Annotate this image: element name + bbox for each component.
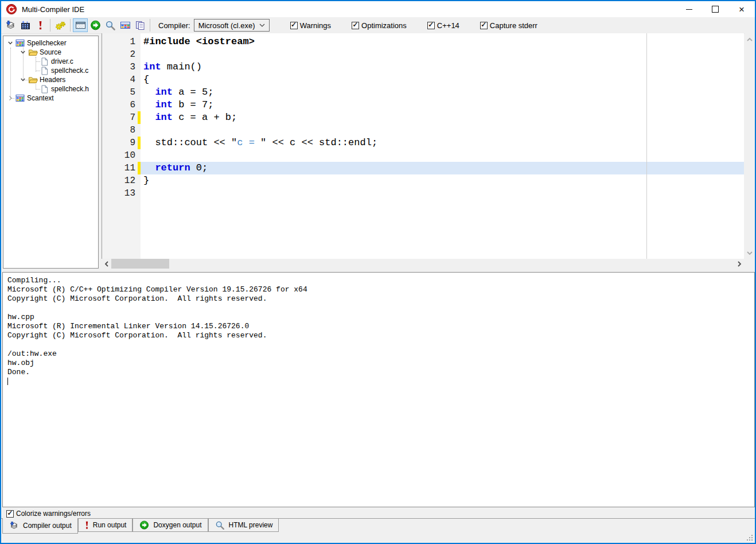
exclamation-icon — [38, 21, 43, 30]
code-line[interactable] — [141, 187, 744, 200]
toolbar-run-button[interactable] — [33, 18, 48, 32]
toolbar-search-button[interactable] — [103, 18, 118, 32]
code-token — [143, 112, 155, 123]
checkbox-icon — [6, 510, 14, 518]
code-token: { — [143, 74, 149, 85]
output-caret-line — [7, 377, 754, 386]
code-line[interactable]: } — [141, 174, 744, 187]
tree-item-spellcheck-c[interactable]: spellcheck.c — [3, 66, 98, 75]
copy-icon — [135, 21, 146, 30]
tab-html-preview[interactable]: HTML preview — [208, 519, 279, 532]
tab-doxygen-output[interactable]: Doxygen output — [133, 519, 208, 532]
code-token: } — [143, 175, 149, 186]
checkbox-optimizations[interactable]: Optimizations — [352, 21, 407, 30]
line-number: 4 — [102, 73, 141, 86]
chevron-down-icon — [259, 24, 265, 27]
output-line: Microsoft (R) Incremental Linker Version… — [7, 322, 754, 331]
checkbox-warnings[interactable]: Warnings — [290, 21, 331, 30]
hscrollbar-thumb[interactable] — [111, 259, 169, 269]
close-button[interactable]: × — [728, 1, 755, 17]
line-number: 9 — [102, 137, 141, 149]
line-number: 13 — [102, 187, 141, 200]
code-line[interactable] — [141, 149, 744, 162]
tab-label: Run output — [93, 521, 127, 529]
toolbar-build-matrix-button[interactable] — [18, 18, 33, 32]
code-token: int — [155, 99, 173, 110]
toolbar-doxygen-button[interactable] — [53, 18, 68, 32]
toolbar-copy-button[interactable] — [133, 18, 147, 32]
editor-vscrollbar[interactable] — [745, 33, 755, 259]
toolbar-options: WarningsOptimizationsC++14Capture stderr — [270, 21, 537, 30]
code-editor[interactable]: 12345678910111213 #include <iostream>int… — [102, 33, 744, 259]
maximize-icon — [712, 6, 719, 13]
toolbar-separator — [50, 19, 50, 32]
tree-item-scantext[interactable]: Scantext — [3, 94, 98, 103]
toolbar-separator — [70, 19, 71, 32]
window-controls: × — [676, 1, 755, 17]
tree-item-headers[interactable]: Headers — [3, 75, 98, 84]
chevron-right-icon[interactable] — [6, 94, 15, 103]
editor-gutter: 12345678910111213 — [102, 33, 141, 259]
code-token: #include <iostream> — [143, 36, 255, 47]
scroll-down-arrow-icon[interactable] — [745, 248, 755, 258]
code-line[interactable]: #include <iostream> — [141, 36, 744, 48]
tab-run-output[interactable]: Run output — [78, 519, 133, 532]
compiler-output-panel[interactable]: Compiling...Microsoft (R) C/C++ Optimizi… — [2, 272, 755, 507]
line-number: 5 — [102, 86, 141, 99]
compiler-dropdown-value: Microsoft (cl.exe) — [198, 21, 259, 30]
tree-item-spellcheck-h[interactable]: spellcheck.h — [3, 84, 98, 94]
minimize-button[interactable] — [676, 1, 702, 17]
code-line[interactable]: int a = 5; — [141, 86, 744, 99]
tab-label: Doxygen output — [153, 521, 201, 529]
output-line — [7, 304, 754, 313]
line-number: 12 — [102, 174, 141, 187]
colorize-checkbox[interactable]: Colorize warnings/errors — [6, 509, 91, 518]
chevron-down-icon[interactable] — [18, 75, 28, 84]
editor-code[interactable]: #include <iostream>int main(){ int a = 5… — [141, 33, 744, 259]
tree-item-source[interactable]: Source — [3, 48, 98, 57]
code-line[interactable]: { — [141, 73, 744, 86]
line-number: 1 — [102, 36, 141, 48]
tree-item-driver-c[interactable]: driver.c — [3, 57, 98, 66]
code-token: int — [143, 61, 161, 72]
stack-icon — [9, 521, 20, 531]
go-icon — [139, 520, 150, 530]
toolbar-go-button[interactable] — [88, 18, 103, 32]
compiler-dropdown[interactable]: Microsoft (cl.exe) — [194, 19, 270, 32]
resize-grip[interactable] — [746, 534, 753, 541]
code-token: return — [155, 162, 190, 173]
toolbar-grid-view-button[interactable] — [118, 18, 133, 32]
code-token — [143, 87, 155, 98]
grid-icon — [20, 21, 31, 30]
line-number: 11 — [102, 162, 141, 174]
window-title: Multi-Compiler IDE — [22, 5, 84, 14]
maximize-button[interactable] — [702, 1, 728, 17]
toolbar-preview-window-button[interactable] — [73, 18, 88, 32]
code-line[interactable] — [141, 48, 744, 61]
chevron-down-icon[interactable] — [18, 48, 28, 57]
tab-compiler-output[interactable]: Compiler output — [2, 518, 78, 534]
scroll-up-arrow-icon[interactable] — [745, 34, 755, 44]
checkbox-label: Optimizations — [361, 21, 407, 30]
scroll-right-arrow-icon[interactable] — [734, 259, 744, 269]
code-line[interactable] — [141, 124, 744, 137]
code-line[interactable]: int c = a + b; — [141, 111, 744, 124]
toolbar-compile-button[interactable] — [3, 18, 18, 32]
checkbox-label: Capture stderr — [490, 21, 537, 30]
scroll-left-arrow-icon[interactable] — [102, 259, 111, 269]
code-line-current[interactable]: return 0; — [141, 162, 744, 174]
editor-hscrollbar[interactable] — [102, 259, 744, 269]
code-line[interactable]: int b = 7; — [141, 99, 744, 111]
checkbox-c-14[interactable]: C++14 — [427, 21, 459, 30]
title-bar: Multi-Compiler IDE × — [1, 1, 755, 17]
code-line[interactable]: std::cout << "c = " << c << std::endl; — [141, 137, 744, 149]
tab-label: HTML preview — [229, 521, 273, 529]
checkbox-capture-stderr[interactable]: Capture stderr — [480, 21, 537, 30]
toolbar-separator — [150, 19, 150, 32]
code-line[interactable]: int main() — [141, 61, 744, 73]
tree-item-spellchecker[interactable]: Spellchecker — [3, 38, 98, 48]
output-line: Microsoft (R) C/C++ Optimizing Compiler … — [7, 285, 754, 294]
chevron-down-icon[interactable] — [6, 38, 15, 48]
line-number: 10 — [102, 149, 141, 162]
checkbox-label: Warnings — [300, 21, 331, 30]
